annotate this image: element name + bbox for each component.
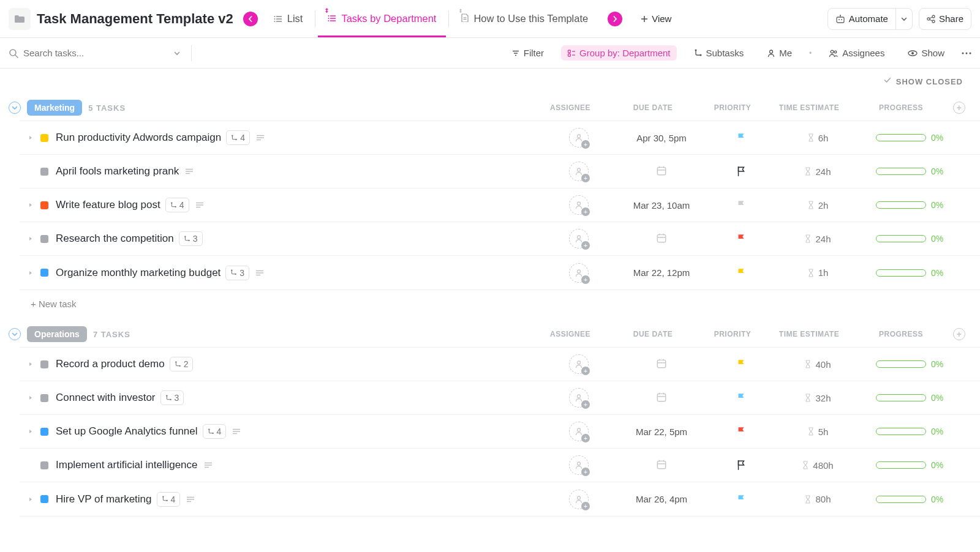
- time-estimate-cell[interactable]: 32h: [772, 393, 864, 403]
- time-estimate-cell[interactable]: 6h: [772, 133, 864, 143]
- assignee-cell[interactable]: +: [545, 388, 612, 408]
- priority-cell[interactable]: [710, 392, 772, 403]
- priority-cell[interactable]: [710, 233, 772, 244]
- status-square[interactable]: [40, 360, 48, 368]
- add-column-button[interactable]: +: [947, 102, 971, 114]
- due-date-cell[interactable]: Mar 22, 12pm: [612, 267, 710, 278]
- nav-next-button[interactable]: [608, 12, 622, 26]
- due-date-cell[interactable]: Mar 26, 4pm: [612, 494, 710, 504]
- search-input[interactable]: [23, 48, 134, 58]
- subtask-badge[interactable]: 4: [157, 492, 181, 507]
- time-estimate-cell[interactable]: 480h: [772, 460, 864, 471]
- task-row[interactable]: Run productivity Adwords campaign 4 + Ap…: [20, 121, 980, 155]
- collapse-button[interactable]: [9, 102, 21, 114]
- expand-caret[interactable]: [28, 395, 37, 400]
- share-button[interactable]: Share: [919, 8, 971, 30]
- progress-cell[interactable]: 0%: [864, 200, 956, 210]
- task-row[interactable]: Write feature blog post 4 + Mar 23, 10am…: [20, 188, 980, 222]
- progress-cell[interactable]: 0%: [864, 393, 956, 403]
- tab-tasks-by-department[interactable]: Tasks by Department: [318, 0, 446, 37]
- task-row[interactable]: Set up Google Analytics funnel 4 + Mar 2…: [20, 415, 980, 449]
- time-estimate-cell[interactable]: 5h: [772, 427, 864, 437]
- progress-cell[interactable]: 0%: [864, 427, 956, 436]
- subtask-badge[interactable]: 4: [203, 424, 227, 439]
- tab-how-to-use[interactable]: How to Use this Template: [451, 0, 598, 37]
- status-square[interactable]: [40, 269, 48, 277]
- progress-cell[interactable]: 0%: [864, 494, 956, 504]
- time-estimate-cell[interactable]: 40h: [772, 359, 864, 370]
- priority-cell[interactable]: [710, 166, 772, 177]
- expand-caret[interactable]: [28, 362, 37, 367]
- add-column-button[interactable]: +: [947, 328, 971, 340]
- expand-caret[interactable]: [28, 135, 37, 140]
- task-row[interactable]: April fools marketing prank + 24h 0%: [20, 155, 980, 188]
- assignee-cell[interactable]: +: [545, 422, 612, 441]
- task-row[interactable]: Hire VP of marketing 4 + Mar 26, 4pm 80h…: [20, 482, 980, 516]
- due-date-cell[interactable]: Apr 30, 5pm: [612, 133, 710, 143]
- status-square[interactable]: [40, 394, 48, 402]
- progress-cell[interactable]: 0%: [864, 460, 956, 470]
- due-date-cell[interactable]: [612, 165, 710, 178]
- folder-button[interactable]: [9, 8, 31, 30]
- assignee-cell[interactable]: +: [545, 263, 612, 283]
- status-square[interactable]: [40, 201, 48, 209]
- priority-cell[interactable]: [710, 132, 772, 143]
- collapse-button[interactable]: [9, 328, 21, 340]
- priority-cell[interactable]: [710, 426, 772, 437]
- status-square[interactable]: [40, 495, 48, 503]
- show-closed-toggle[interactable]: SHOW CLOSED: [0, 69, 980, 91]
- progress-cell[interactable]: 0%: [864, 133, 956, 143]
- assignees-chip[interactable]: Assignees: [823, 45, 891, 61]
- status-square[interactable]: [40, 134, 48, 142]
- priority-cell[interactable]: [710, 359, 772, 370]
- task-row[interactable]: Connect with investor 3 + 32h 0%: [20, 381, 980, 415]
- show-chip[interactable]: Show: [902, 45, 951, 61]
- group-name[interactable]: Operations: [27, 326, 87, 342]
- task-row[interactable]: Organize monthly marketing budget 3 + Ma…: [20, 256, 980, 289]
- due-date-cell[interactable]: [612, 358, 710, 371]
- nav-prev-button[interactable]: [243, 12, 258, 26]
- group-by-chip[interactable]: Group by: Department: [561, 45, 676, 61]
- assignee-cell[interactable]: +: [545, 490, 612, 509]
- due-date-cell[interactable]: [612, 392, 710, 405]
- status-square[interactable]: [40, 428, 48, 436]
- more-icon[interactable]: [962, 52, 971, 54]
- subtask-badge[interactable]: 4: [226, 130, 250, 145]
- progress-cell[interactable]: 0%: [864, 268, 956, 278]
- subtasks-chip[interactable]: Subtasks: [688, 45, 750, 61]
- subtask-badge[interactable]: 3: [179, 231, 203, 246]
- subtask-badge[interactable]: 2: [170, 357, 194, 371]
- subtask-badge[interactable]: 4: [165, 198, 189, 212]
- time-estimate-cell[interactable]: 24h: [772, 166, 864, 177]
- assignee-cell[interactable]: +: [545, 195, 612, 215]
- progress-cell[interactable]: 0%: [864, 234, 956, 244]
- assignee-cell[interactable]: +: [545, 229, 612, 248]
- priority-cell[interactable]: [710, 267, 772, 278]
- assignee-cell[interactable]: +: [545, 455, 612, 475]
- task-row[interactable]: Record a product demo 2 + 40h 0%: [20, 348, 980, 381]
- assignee-cell[interactable]: +: [545, 354, 612, 374]
- time-estimate-cell[interactable]: 2h: [772, 200, 864, 211]
- automate-dropdown-button[interactable]: [896, 8, 913, 30]
- filter-chip[interactable]: Filter: [505, 45, 550, 61]
- progress-cell[interactable]: 0%: [864, 359, 956, 369]
- expand-caret[interactable]: [28, 203, 37, 207]
- expand-caret[interactable]: [28, 236, 37, 241]
- tab-list[interactable]: List: [264, 0, 313, 37]
- priority-cell[interactable]: [710, 460, 772, 471]
- expand-caret[interactable]: [28, 429, 37, 434]
- progress-cell[interactable]: 0%: [864, 166, 956, 176]
- time-estimate-cell[interactable]: 80h: [772, 494, 864, 504]
- priority-cell[interactable]: [710, 494, 772, 505]
- expand-caret[interactable]: [28, 497, 37, 502]
- time-estimate-cell[interactable]: 24h: [772, 234, 864, 244]
- due-date-cell[interactable]: Mar 22, 5pm: [612, 427, 710, 437]
- due-date-cell[interactable]: [612, 233, 710, 245]
- subtask-badge[interactable]: 3: [225, 266, 249, 280]
- status-square[interactable]: [40, 235, 48, 243]
- status-square[interactable]: [40, 168, 48, 176]
- task-row[interactable]: Research the competition 3 + 24h 0%: [20, 222, 980, 256]
- add-view-button[interactable]: View: [633, 8, 679, 30]
- status-square[interactable]: [40, 461, 48, 469]
- task-row[interactable]: Implement artificial intelligence + 480h…: [20, 449, 980, 482]
